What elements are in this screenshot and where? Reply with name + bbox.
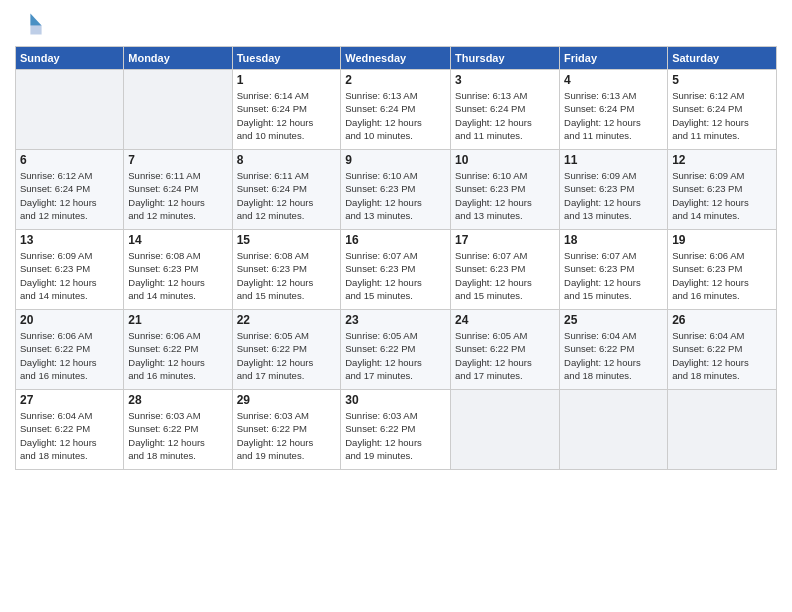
day-info: Sunrise: 6:05 AM Sunset: 6:22 PM Dayligh… bbox=[237, 329, 337, 382]
calendar-week-row: 6Sunrise: 6:12 AM Sunset: 6:24 PM Daylig… bbox=[16, 150, 777, 230]
calendar-cell: 13Sunrise: 6:09 AM Sunset: 6:23 PM Dayli… bbox=[16, 230, 124, 310]
header bbox=[15, 10, 777, 38]
day-number: 2 bbox=[345, 73, 446, 87]
day-info: Sunrise: 6:13 AM Sunset: 6:24 PM Dayligh… bbox=[564, 89, 663, 142]
calendar-cell: 29Sunrise: 6:03 AM Sunset: 6:22 PM Dayli… bbox=[232, 390, 341, 470]
calendar-cell: 12Sunrise: 6:09 AM Sunset: 6:23 PM Dayli… bbox=[668, 150, 777, 230]
calendar-cell: 21Sunrise: 6:06 AM Sunset: 6:22 PM Dayli… bbox=[124, 310, 232, 390]
logo bbox=[15, 10, 47, 38]
day-info: Sunrise: 6:09 AM Sunset: 6:23 PM Dayligh… bbox=[672, 169, 772, 222]
day-number: 27 bbox=[20, 393, 119, 407]
day-info: Sunrise: 6:03 AM Sunset: 6:22 PM Dayligh… bbox=[345, 409, 446, 462]
day-number: 22 bbox=[237, 313, 337, 327]
calendar-cell: 17Sunrise: 6:07 AM Sunset: 6:23 PM Dayli… bbox=[451, 230, 560, 310]
day-number: 3 bbox=[455, 73, 555, 87]
calendar-cell: 7Sunrise: 6:11 AM Sunset: 6:24 PM Daylig… bbox=[124, 150, 232, 230]
calendar-cell bbox=[16, 70, 124, 150]
day-number: 17 bbox=[455, 233, 555, 247]
day-number: 16 bbox=[345, 233, 446, 247]
calendar-week-row: 27Sunrise: 6:04 AM Sunset: 6:22 PM Dayli… bbox=[16, 390, 777, 470]
calendar-cell: 22Sunrise: 6:05 AM Sunset: 6:22 PM Dayli… bbox=[232, 310, 341, 390]
calendar-cell: 24Sunrise: 6:05 AM Sunset: 6:22 PM Dayli… bbox=[451, 310, 560, 390]
svg-marker-1 bbox=[30, 25, 41, 34]
weekday-header: Monday bbox=[124, 47, 232, 70]
day-info: Sunrise: 6:03 AM Sunset: 6:22 PM Dayligh… bbox=[128, 409, 227, 462]
weekday-header: Tuesday bbox=[232, 47, 341, 70]
day-number: 25 bbox=[564, 313, 663, 327]
calendar-cell bbox=[668, 390, 777, 470]
day-number: 24 bbox=[455, 313, 555, 327]
calendar-week-row: 1Sunrise: 6:14 AM Sunset: 6:24 PM Daylig… bbox=[16, 70, 777, 150]
day-info: Sunrise: 6:08 AM Sunset: 6:23 PM Dayligh… bbox=[128, 249, 227, 302]
day-number: 21 bbox=[128, 313, 227, 327]
calendar-cell: 4Sunrise: 6:13 AM Sunset: 6:24 PM Daylig… bbox=[560, 70, 668, 150]
day-number: 29 bbox=[237, 393, 337, 407]
day-info: Sunrise: 6:13 AM Sunset: 6:24 PM Dayligh… bbox=[455, 89, 555, 142]
calendar-week-row: 13Sunrise: 6:09 AM Sunset: 6:23 PM Dayli… bbox=[16, 230, 777, 310]
weekday-header: Thursday bbox=[451, 47, 560, 70]
calendar-cell: 3Sunrise: 6:13 AM Sunset: 6:24 PM Daylig… bbox=[451, 70, 560, 150]
calendar-cell: 14Sunrise: 6:08 AM Sunset: 6:23 PM Dayli… bbox=[124, 230, 232, 310]
day-info: Sunrise: 6:14 AM Sunset: 6:24 PM Dayligh… bbox=[237, 89, 337, 142]
day-info: Sunrise: 6:08 AM Sunset: 6:23 PM Dayligh… bbox=[237, 249, 337, 302]
calendar-cell: 15Sunrise: 6:08 AM Sunset: 6:23 PM Dayli… bbox=[232, 230, 341, 310]
calendar-cell: 1Sunrise: 6:14 AM Sunset: 6:24 PM Daylig… bbox=[232, 70, 341, 150]
day-info: Sunrise: 6:07 AM Sunset: 6:23 PM Dayligh… bbox=[345, 249, 446, 302]
day-number: 7 bbox=[128, 153, 227, 167]
day-info: Sunrise: 6:09 AM Sunset: 6:23 PM Dayligh… bbox=[20, 249, 119, 302]
calendar-cell: 25Sunrise: 6:04 AM Sunset: 6:22 PM Dayli… bbox=[560, 310, 668, 390]
day-number: 5 bbox=[672, 73, 772, 87]
calendar-cell: 9Sunrise: 6:10 AM Sunset: 6:23 PM Daylig… bbox=[341, 150, 451, 230]
svg-marker-0 bbox=[30, 14, 41, 26]
day-number: 11 bbox=[564, 153, 663, 167]
calendar-cell: 8Sunrise: 6:11 AM Sunset: 6:24 PM Daylig… bbox=[232, 150, 341, 230]
day-number: 6 bbox=[20, 153, 119, 167]
calendar-header-row: SundayMondayTuesdayWednesdayThursdayFrid… bbox=[16, 47, 777, 70]
day-number: 14 bbox=[128, 233, 227, 247]
calendar-cell: 2Sunrise: 6:13 AM Sunset: 6:24 PM Daylig… bbox=[341, 70, 451, 150]
day-number: 28 bbox=[128, 393, 227, 407]
day-info: Sunrise: 6:04 AM Sunset: 6:22 PM Dayligh… bbox=[672, 329, 772, 382]
day-number: 23 bbox=[345, 313, 446, 327]
calendar-cell: 5Sunrise: 6:12 AM Sunset: 6:24 PM Daylig… bbox=[668, 70, 777, 150]
calendar-cell bbox=[451, 390, 560, 470]
day-info: Sunrise: 6:07 AM Sunset: 6:23 PM Dayligh… bbox=[564, 249, 663, 302]
day-number: 13 bbox=[20, 233, 119, 247]
weekday-header: Saturday bbox=[668, 47, 777, 70]
day-info: Sunrise: 6:06 AM Sunset: 6:22 PM Dayligh… bbox=[128, 329, 227, 382]
day-number: 9 bbox=[345, 153, 446, 167]
logo-icon bbox=[15, 10, 43, 38]
calendar-week-row: 20Sunrise: 6:06 AM Sunset: 6:22 PM Dayli… bbox=[16, 310, 777, 390]
day-info: Sunrise: 6:11 AM Sunset: 6:24 PM Dayligh… bbox=[128, 169, 227, 222]
calendar-cell: 26Sunrise: 6:04 AM Sunset: 6:22 PM Dayli… bbox=[668, 310, 777, 390]
day-info: Sunrise: 6:11 AM Sunset: 6:24 PM Dayligh… bbox=[237, 169, 337, 222]
day-number: 30 bbox=[345, 393, 446, 407]
weekday-header: Friday bbox=[560, 47, 668, 70]
day-info: Sunrise: 6:12 AM Sunset: 6:24 PM Dayligh… bbox=[672, 89, 772, 142]
day-number: 18 bbox=[564, 233, 663, 247]
calendar-cell: 6Sunrise: 6:12 AM Sunset: 6:24 PM Daylig… bbox=[16, 150, 124, 230]
day-info: Sunrise: 6:07 AM Sunset: 6:23 PM Dayligh… bbox=[455, 249, 555, 302]
calendar-cell: 30Sunrise: 6:03 AM Sunset: 6:22 PM Dayli… bbox=[341, 390, 451, 470]
day-info: Sunrise: 6:13 AM Sunset: 6:24 PM Dayligh… bbox=[345, 89, 446, 142]
calendar-cell: 10Sunrise: 6:10 AM Sunset: 6:23 PM Dayli… bbox=[451, 150, 560, 230]
weekday-header: Sunday bbox=[16, 47, 124, 70]
day-number: 19 bbox=[672, 233, 772, 247]
day-number: 10 bbox=[455, 153, 555, 167]
day-info: Sunrise: 6:04 AM Sunset: 6:22 PM Dayligh… bbox=[20, 409, 119, 462]
day-info: Sunrise: 6:05 AM Sunset: 6:22 PM Dayligh… bbox=[455, 329, 555, 382]
day-info: Sunrise: 6:06 AM Sunset: 6:23 PM Dayligh… bbox=[672, 249, 772, 302]
day-number: 20 bbox=[20, 313, 119, 327]
calendar-cell: 19Sunrise: 6:06 AM Sunset: 6:23 PM Dayli… bbox=[668, 230, 777, 310]
calendar-cell: 23Sunrise: 6:05 AM Sunset: 6:22 PM Dayli… bbox=[341, 310, 451, 390]
day-info: Sunrise: 6:04 AM Sunset: 6:22 PM Dayligh… bbox=[564, 329, 663, 382]
day-number: 4 bbox=[564, 73, 663, 87]
day-number: 15 bbox=[237, 233, 337, 247]
day-info: Sunrise: 6:09 AM Sunset: 6:23 PM Dayligh… bbox=[564, 169, 663, 222]
day-number: 1 bbox=[237, 73, 337, 87]
page: SundayMondayTuesdayWednesdayThursdayFrid… bbox=[0, 0, 792, 612]
day-info: Sunrise: 6:10 AM Sunset: 6:23 PM Dayligh… bbox=[455, 169, 555, 222]
calendar-cell bbox=[560, 390, 668, 470]
calendar-cell: 16Sunrise: 6:07 AM Sunset: 6:23 PM Dayli… bbox=[341, 230, 451, 310]
day-number: 12 bbox=[672, 153, 772, 167]
